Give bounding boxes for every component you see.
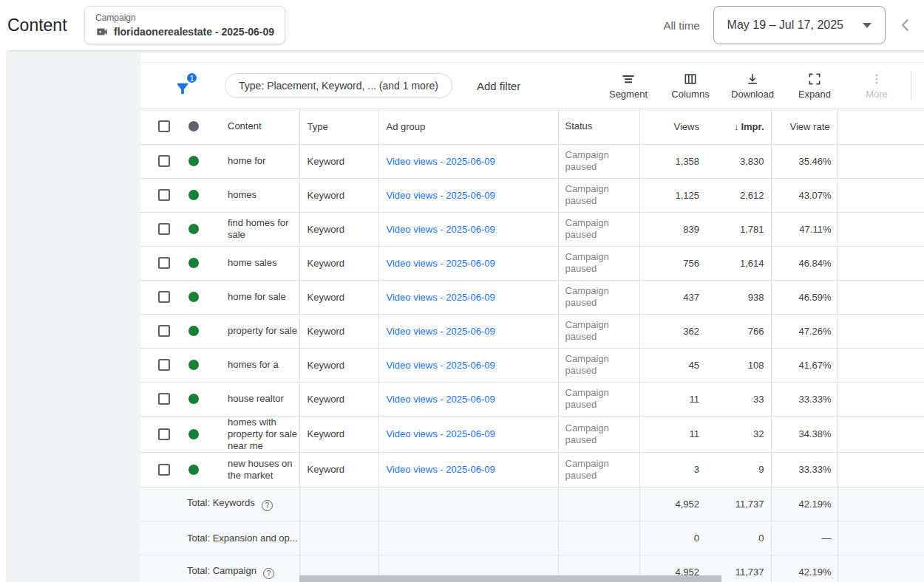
row-checkbox[interactable] [158, 359, 170, 371]
content-table-panel: 1 Type: Placement, Keyword, ... (and 1 m… [140, 53, 924, 582]
status-cell: Campaign paused [558, 416, 639, 452]
ad-group-link[interactable]: Video views - 2025-06-09 [387, 326, 495, 337]
total-view-rate-cell: 42.19% [771, 555, 838, 582]
row-checkbox[interactable] [158, 257, 170, 269]
chevron-left-icon[interactable] [896, 16, 915, 35]
content-table: Content Type Ad group Status Views ↓Impr… [140, 109, 924, 582]
status-dot-header [188, 121, 199, 131]
table-toolbar: 1 Type: Placement, Keyword, ... (and 1 m… [140, 63, 924, 109]
column-header-views[interactable]: Views [639, 109, 706, 144]
add-filter-button[interactable]: Add filter [477, 80, 520, 92]
expand-button[interactable]: Expand [784, 72, 846, 100]
view-rate-cell: 35.46% [771, 144, 838, 178]
content-cell: homes [218, 178, 299, 212]
row-checkbox[interactable] [158, 325, 170, 337]
status-enabled-icon[interactable] [188, 190, 199, 200]
impr-cell: 33 [706, 382, 771, 416]
status-enabled-icon[interactable] [188, 394, 199, 404]
row-checkbox[interactable] [158, 189, 170, 201]
status-cell: Campaign paused [558, 212, 639, 246]
ad-group-link[interactable]: Video views - 2025-06-09 [387, 292, 495, 303]
content-cell: home for [218, 144, 299, 178]
all-time-label[interactable]: All time [663, 19, 699, 32]
status-cell: Campaign paused [558, 246, 639, 280]
view-rate-cell: 33.33% [771, 382, 838, 416]
video-campaign-icon [95, 25, 109, 38]
content-cell: home for sale [218, 280, 299, 314]
ad-group-link[interactable]: Video views - 2025-06-09 [387, 190, 495, 201]
row-checkbox[interactable] [158, 155, 170, 167]
impr-cell: 108 [706, 348, 771, 382]
views-cell: 1,358 [639, 144, 706, 178]
column-header-content[interactable]: Content [218, 109, 299, 144]
view-rate-cell: 34.38% [771, 416, 838, 452]
ad-group-link[interactable]: Video views - 2025-06-09 [387, 394, 495, 405]
ad-group-link[interactable]: Video views - 2025-06-09 [387, 156, 495, 167]
left-gutter [0, 50, 6, 582]
segment-button[interactable]: Segment [597, 72, 659, 100]
column-header-ad-group[interactable]: Ad group [378, 109, 558, 144]
toolbar-divider [911, 71, 911, 100]
total-views-cell: 0 [639, 521, 706, 555]
active-filter-chip[interactable]: Type: Placement, Keyword, ... (and 1 mor… [225, 73, 452, 98]
horizontal-scrollbar[interactable] [299, 575, 721, 582]
type-cell: Keyword [299, 348, 378, 382]
view-rate-cell: 46.84% [771, 246, 838, 280]
status-cell: Campaign paused [558, 348, 639, 382]
table-body: home for Keyword Video views - 2025-06-0… [140, 144, 924, 582]
status-enabled-icon[interactable] [188, 156, 199, 166]
table-row: homes Keyword Video views - 2025-06-09 C… [140, 178, 924, 212]
content-cell: property for sale [218, 314, 299, 348]
row-checkbox[interactable] [158, 428, 170, 440]
ad-group-link[interactable]: Video views - 2025-06-09 [387, 428, 495, 439]
segment-icon [621, 72, 636, 86]
status-enabled-icon[interactable] [188, 326, 199, 336]
top-bar: Content Campaign floridaonerealestate - … [0, 0, 924, 50]
table-row: home for sale Keyword Video views - 2025… [140, 280, 924, 314]
column-header-type[interactable]: Type [299, 109, 378, 144]
columns-icon [683, 72, 698, 86]
status-enabled-icon[interactable] [188, 429, 199, 439]
campaign-selector[interactable]: Campaign floridaonerealestate - 2025-06-… [84, 6, 285, 44]
content-cell: homes for a [218, 348, 299, 382]
date-range-picker[interactable]: May 19 – Jul 17, 2025 [713, 6, 886, 44]
row-checkbox[interactable] [158, 464, 170, 476]
view-rate-cell: 41.67% [771, 348, 838, 382]
table-row: home sales Keyword Video views - 2025-06… [140, 246, 924, 280]
type-cell: Keyword [299, 178, 378, 212]
total-label-cell: Total: Campaign? [140, 555, 299, 582]
help-icon[interactable]: ? [262, 500, 273, 511]
views-cell: 362 [639, 314, 706, 348]
filter-button[interactable]: 1 [174, 75, 194, 97]
type-cell: Keyword [299, 452, 378, 487]
page-title: Content [7, 16, 84, 35]
row-checkbox[interactable] [158, 291, 170, 303]
ad-group-link[interactable]: Video views - 2025-06-09 [387, 360, 495, 371]
columns-button[interactable]: Columns [659, 72, 721, 100]
total-impr-cell: 11,737 [706, 487, 771, 521]
more-button[interactable]: More [846, 72, 908, 100]
ad-group-link[interactable]: Video views - 2025-06-09 [387, 258, 495, 269]
column-header-status[interactable]: Status [558, 109, 639, 144]
status-enabled-icon[interactable] [188, 360, 199, 370]
select-all-checkbox[interactable] [158, 120, 170, 132]
impr-cell: 1,614 [706, 246, 771, 280]
total-impr-cell: 0 [706, 521, 771, 555]
help-icon[interactable]: ? [263, 568, 274, 579]
ad-group-link[interactable]: Video views - 2025-06-09 [387, 224, 495, 235]
status-enabled-icon[interactable] [188, 465, 199, 475]
content-cell: home sales [218, 246, 299, 280]
row-checkbox[interactable] [158, 223, 170, 235]
ad-group-link[interactable]: Video views - 2025-06-09 [387, 464, 495, 475]
type-cell: Keyword [299, 382, 378, 416]
row-checkbox[interactable] [158, 393, 170, 405]
status-enabled-icon[interactable] [188, 224, 199, 234]
table-row: homes with property for sale near me Key… [140, 416, 924, 452]
column-header-view-rate[interactable]: View rate [771, 109, 838, 144]
column-header-impr[interactable]: ↓Impr. [706, 109, 771, 144]
status-enabled-icon[interactable] [188, 258, 199, 268]
status-enabled-icon[interactable] [188, 292, 199, 302]
impr-cell: 32 [706, 416, 771, 452]
download-button[interactable]: Download [721, 72, 784, 100]
filter-count-badge: 1 [186, 72, 198, 84]
